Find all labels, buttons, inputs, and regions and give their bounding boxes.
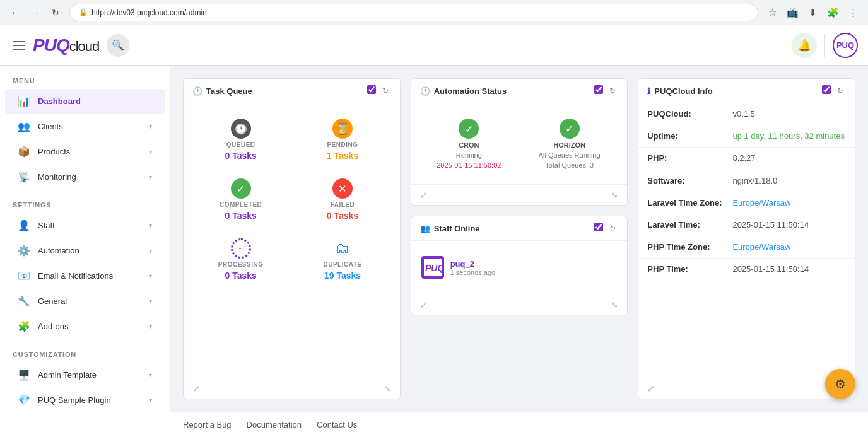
user-avatar-button[interactable]: PUQ [833,33,858,58]
automation-icon: ⚙️ [18,245,30,257]
chevron-down-icon: ▾ [149,397,152,404]
puqcloud-info-header: ℹ PUQCloud Info ↻ [638,79,855,103]
chevron-down-icon: ▾ [149,247,152,254]
sidebar-item-addons[interactable]: 🧩 Add-ons ▾ [5,314,165,339]
sidebar: MENU 📊 Dashboard 👥 Clients ▾ 📦 Products … [0,66,170,437]
chevron-down-icon: ▾ [149,222,152,229]
pending-icon: ⌛ [332,119,353,139]
info-val-uptime: up 1 day, 11 hours, 32 minutes [730,125,855,148]
queued-label: QUEUED [226,141,255,148]
dashboard-grid: 🕐 Task Queue ↻ 🕐 [183,78,855,399]
pending-label: PENDING [327,141,358,148]
info-key: PUQCloud: [638,103,730,125]
shrink-icon[interactable]: ⤡ [611,300,618,310]
horizon-status-icon: ✓ [560,119,580,139]
chevron-down-icon: ▾ [149,298,152,305]
documentation-link[interactable]: Documentation [247,420,302,429]
extension-button[interactable]: 🧩 [824,4,842,21]
task-queue-title: 🕐 Task Queue [192,86,362,96]
sidebar-item-label: General [38,296,141,306]
staff-info: puq_2 1 seconds ago [450,259,496,276]
puqcloud-info-body: PUQCloud: v0.1.5 Uptime: up 1 day, 11 ho… [638,103,855,378]
report-bug-link[interactable]: Report a Bug [183,420,232,429]
puq-plugin-icon: 💎 [18,394,30,406]
staff-online-actions: ↻ [594,223,618,234]
task-item-processing: ··· PROCESSING 0 Tasks [194,233,288,286]
info-key: Uptime: [638,125,730,148]
sidebar-item-email-notifications[interactable]: 📧 Email & Notifications ▾ [5,264,165,288]
sidebar-item-admin-template[interactable]: 🖥️ Admin Template ▾ [5,363,165,387]
info-val: 2025-01-15 11:50:14 [730,214,855,236]
expand-icon[interactable]: ⤢ [647,383,655,393]
task-queue-checkbox[interactable] [367,85,376,94]
forward-button[interactable]: → [26,4,44,21]
failed-count: 0 Tasks [327,211,358,221]
automation-status-actions: ↻ [594,85,618,96]
back-button[interactable]: ← [6,4,24,21]
expand-icon[interactable]: ⤢ [420,300,428,310]
staff-online-refresh-button[interactable]: ↻ [607,223,618,234]
body-area: MENU 📊 Dashboard 👥 Clients ▾ 📦 Products … [0,66,868,437]
info-val-php-tz: Europe/Warsaw [730,236,855,259]
cron-item: ✓ CRON Running 2025-01-15 11:50:02 [421,114,517,174]
notifications-button[interactable]: 🔔 [792,33,817,58]
sidebar-item-puq-sample-plugin[interactable]: 💎 PUQ Sample Plugin ▾ [5,388,165,412]
sidebar-item-dashboard[interactable]: 📊 Dashboard [5,89,165,114]
browser-right-icons: ☆ 📺 ⬇ 🧩 ⋮ [763,4,862,21]
star-button[interactable]: ☆ [763,4,781,21]
staff-online-checkbox[interactable] [594,223,603,231]
horizon-item: ✓ HORIZON All Queues Running Total Queue… [522,114,617,174]
expand-icon[interactable]: ⤢ [420,190,428,200]
sidebar-item-staff[interactable]: 👤 Staff ▾ [5,213,165,238]
products-icon: 📦 [18,146,30,158]
sidebar-item-automation[interactable]: ⚙️ Automation ▾ [5,238,165,263]
staff-online-body: PUQ puq_2 1 seconds ago [411,241,628,294]
puqcloud-info-checkbox[interactable] [822,85,831,94]
search-button[interactable]: 🔍 [107,34,129,57]
cast-button[interactable]: 📺 [783,4,801,21]
app-wrapper: PUQcloud 🔍 🔔 PUQ MENU 📊 Dashboard 👥 Clie… [0,25,868,437]
shrink-icon[interactable]: ⤡ [384,383,391,393]
hamburger-button[interactable] [10,38,28,52]
puqcloud-info-footer: ⤢ ⤡ [638,378,855,399]
footer: Report a Bug Documentation Contact Us [170,412,868,437]
menu-button[interactable]: ⋮ [844,4,862,21]
info-table: PUQCloud: v0.1.5 Uptime: up 1 day, 11 ho… [638,103,855,281]
duplicate-icon: 🗂 [332,238,353,259]
automation-refresh-button[interactable]: ↻ [607,85,618,96]
task-queue-refresh-button[interactable]: ↻ [380,85,391,96]
monitoring-icon: 📡 [18,171,30,183]
automation-status-widget: 🕐 Automation Status ↻ [411,78,628,206]
shrink-icon[interactable]: ⤡ [611,190,618,200]
info-icon: ℹ [647,86,650,96]
expand-icon[interactable]: ⤢ [192,383,200,393]
horizon-label: HORIZON [553,141,585,149]
processing-count: 0 Tasks [225,271,256,281]
divider [824,34,825,57]
contact-us-link[interactable]: Contact Us [317,420,357,429]
sidebar-item-products[interactable]: 📦 Products ▾ [5,139,165,164]
address-bar[interactable]: 🔒 https://dev03.puqcloud.com/admin [69,4,758,21]
horizon-queues: Total Queues: 3 [545,161,594,169]
info-row: Uptime: up 1 day, 11 hours, 32 minutes [638,125,855,148]
puq-logo-small: PUQ [424,259,442,276]
main-content: 🕐 Task Queue ↻ 🕐 [170,66,868,412]
reload-button[interactable]: ↻ [47,4,64,21]
sidebar-item-clients[interactable]: 👥 Clients ▾ [5,114,165,139]
cron-timestamp: 2025-01-15 11:50:02 [437,161,501,169]
info-row: PHP Time Zone: Europe/Warsaw [638,236,855,259]
task-item-completed: ✓ COMPLETED 0 Tasks [194,173,288,226]
puqcloud-info-refresh-button[interactable]: ↻ [835,85,846,96]
staff-online-header: 👥 Staff Online ↻ [411,216,628,241]
general-icon: 🔧 [18,295,30,307]
floating-settings-button[interactable]: ⚙ [825,369,855,399]
download-button[interactable]: ⬇ [804,4,821,21]
addons-icon: 🧩 [18,320,30,332]
chevron-down-icon: ▾ [149,173,152,180]
sidebar-item-general[interactable]: 🔧 General ▾ [5,289,165,313]
sidebar-item-monitoring[interactable]: 📡 Monitoring ▾ [5,165,165,189]
logo: PUQcloud [33,35,99,55]
automation-checkbox[interactable] [594,85,603,94]
staff-member-item: PUQ puq_2 1 seconds ago [421,251,618,284]
dashboard-icon: 📊 [18,95,30,107]
